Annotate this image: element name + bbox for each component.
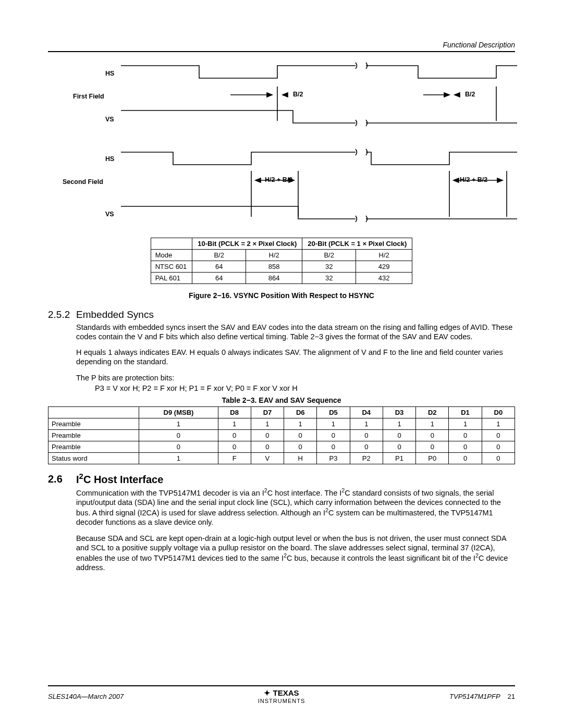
table-row: PAL 601 64 864 32 432 bbox=[151, 273, 412, 284]
paragraph: P3 = V xor H; P2 = F xor H; P1 = F xor V… bbox=[95, 384, 515, 393]
vs-label: VS bbox=[105, 116, 114, 123]
vs-label-2: VS bbox=[105, 211, 114, 218]
header-rule bbox=[48, 51, 515, 52]
table-row: Mode B/2 H/2 B/2 H/2 bbox=[151, 250, 412, 261]
paragraph: Standards with embedded syncs insert the… bbox=[76, 323, 515, 341]
table-row: Status word 1FVHP3P2P1P000 bbox=[48, 452, 515, 464]
b2-label-1: B/2 bbox=[293, 91, 303, 98]
footer-doc-id: SLES140A—March 2007 bbox=[48, 693, 204, 700]
first-field-label: First Field bbox=[73, 93, 104, 100]
eav-sav-table: D9 (MSB) D8 D7 D6 D5 D4 D3 D2 D1 D0 Prea… bbox=[48, 406, 515, 464]
pclk-table: 10-Bit (PCLK = 2 × Pixel Clock) 20-Bit (… bbox=[151, 238, 413, 284]
timing-diagram: HS First Field VS bbox=[48, 55, 515, 232]
paragraph: Communication with the TVP5147M1 decoder… bbox=[76, 487, 515, 527]
svg-marker-3 bbox=[267, 93, 272, 97]
section-252-heading: 2.5.2Embedded Syncs bbox=[48, 309, 515, 320]
table-row: NTSC 601 64 858 32 429 bbox=[151, 261, 412, 273]
svg-marker-4 bbox=[283, 93, 288, 97]
table-row: Preamble 0000000000 bbox=[48, 441, 515, 452]
col-10bit: 10-Bit (PCLK = 2 × Pixel Clock) bbox=[192, 238, 302, 250]
second-field-label: Second Field bbox=[63, 178, 103, 186]
hs-label: HS bbox=[105, 70, 114, 77]
table-caption: Table 2−3. EAV and SAV Sequence bbox=[48, 396, 515, 404]
paragraph: Because SDA and SCL are kept open-drain … bbox=[76, 534, 515, 572]
b2-label-2: B/2 bbox=[465, 91, 475, 98]
hs-label-2: HS bbox=[105, 155, 114, 163]
waveforms-svg bbox=[121, 55, 517, 227]
figure-caption: Figure 2−16. VSYNC Position With Respect… bbox=[48, 291, 515, 300]
section-26-heading: 2.6I2C Host Interface bbox=[48, 472, 515, 486]
table-row: Preamble 1111111111 bbox=[48, 418, 515, 429]
ti-logo: ✦ TEXAS INSTRUMENTS bbox=[204, 688, 360, 704]
table-row: Preamble 0000000000 bbox=[48, 429, 515, 441]
col-20bit: 20-Bit (PCLK = 1 × Pixel Clock) bbox=[302, 238, 412, 250]
h2b2-label-1: H/2 + B/2 bbox=[265, 176, 292, 183]
paragraph: The P bits are protection bits: bbox=[76, 373, 515, 382]
paragraph: H equals 1 always indicates EAV. H equal… bbox=[76, 348, 515, 366]
svg-marker-7 bbox=[444, 93, 449, 97]
header-section-label: Functional Description bbox=[48, 41, 515, 49]
page-footer: SLES140A—March 2007 ✦ TEXAS INSTRUMENTS … bbox=[48, 685, 515, 704]
svg-marker-8 bbox=[455, 93, 460, 97]
h2b2-label-2: H/2 + B/2 bbox=[460, 176, 487, 183]
footer-part-page: TVP5147M1PFP 21 bbox=[359, 693, 515, 700]
